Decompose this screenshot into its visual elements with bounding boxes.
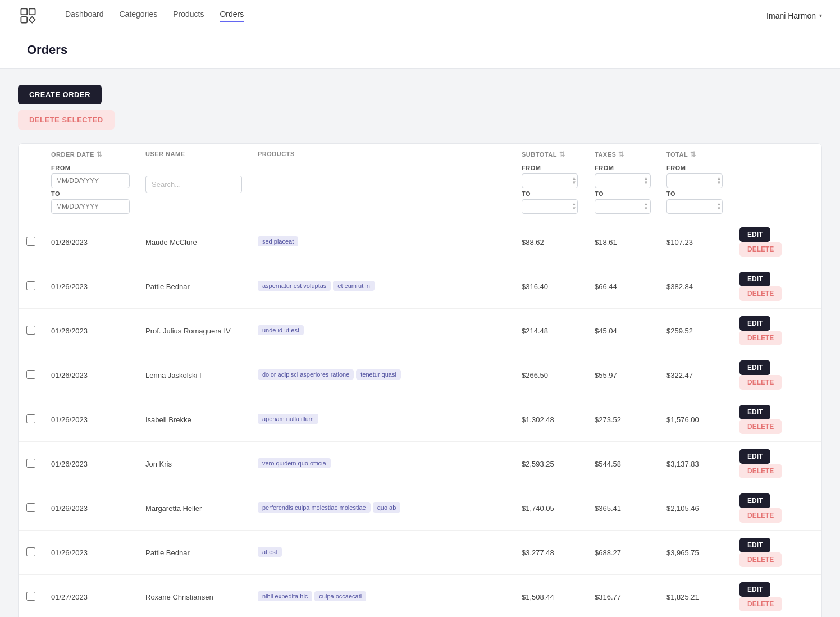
delete-button[interactable]: DELETE xyxy=(739,508,782,523)
delete-button[interactable]: DELETE xyxy=(739,286,782,301)
row-date: 01/26/2023 xyxy=(43,220,138,264)
edit-button[interactable]: EDIT xyxy=(739,538,770,552)
edit-button[interactable]: EDIT xyxy=(739,405,770,419)
product-tag: vero quidem quo officia xyxy=(258,458,331,468)
delete-button[interactable]: DELETE xyxy=(739,331,782,345)
edit-button[interactable]: EDIT xyxy=(739,493,770,508)
th-checkbox xyxy=(19,144,43,162)
row-checkbox[interactable] xyxy=(26,370,35,379)
row-total: $3,965.75 xyxy=(659,531,732,575)
row-products: unde id ut est xyxy=(250,309,514,353)
taxes-to-input[interactable] xyxy=(595,199,651,214)
row-user: Pattie Bednar xyxy=(138,531,250,575)
edit-button[interactable]: EDIT xyxy=(739,449,770,464)
row-total: $2,105.46 xyxy=(659,486,732,531)
user-menu[interactable]: Imani Harmon ▾ xyxy=(766,11,822,20)
filter-subtotal: From ▲▼ to ▲▼ xyxy=(514,162,587,220)
taxes-filter-icon[interactable]: ⇅ xyxy=(618,150,624,158)
row-total: $107.23 xyxy=(659,220,732,264)
table-row: 01/26/2023Prof. Julius Romaguera IVunde … xyxy=(19,309,821,353)
logo xyxy=(18,6,38,26)
date-from-input[interactable] xyxy=(51,173,130,188)
subtotal-filter-icon[interactable]: ⇅ xyxy=(559,150,565,158)
total-filter-icon[interactable]: ⇅ xyxy=(690,150,696,158)
row-checkbox-cell xyxy=(19,264,43,309)
edit-button[interactable]: EDIT xyxy=(739,360,770,375)
row-actions: EDITDELETE xyxy=(732,353,821,397)
row-products: aperiam nulla illum xyxy=(250,397,514,442)
page-content: CREATE ORDER DELETE SELECTED ORDER DATE … xyxy=(0,69,840,617)
row-checkbox[interactable] xyxy=(26,547,35,556)
edit-button[interactable]: EDIT xyxy=(739,316,770,331)
table-row: 01/26/2023Lenna Jaskolski Idolor adipisc… xyxy=(19,353,821,397)
row-checkbox[interactable] xyxy=(26,237,35,246)
row-taxes: $273.52 xyxy=(587,397,659,442)
edit-button[interactable]: EDIT xyxy=(739,582,770,597)
row-total: $3,137.83 xyxy=(659,442,732,486)
delete-button[interactable]: DELETE xyxy=(739,552,782,567)
row-date: 01/27/2023 xyxy=(43,575,138,618)
filter-checkbox xyxy=(19,162,43,220)
row-checkbox[interactable] xyxy=(26,326,35,335)
product-tag: aspernatur est voluptas xyxy=(258,281,331,291)
row-user: Jon Kris xyxy=(138,442,250,486)
delete-button[interactable]: DELETE xyxy=(739,375,782,390)
date-from-label: From xyxy=(51,164,130,171)
delete-button[interactable]: DELETE xyxy=(739,419,782,434)
product-tag: quo ab xyxy=(373,502,401,513)
create-order-button[interactable]: CREATE ORDER xyxy=(18,85,102,104)
filter-user xyxy=(138,162,250,220)
total-from-arrows[interactable]: ▲▼ xyxy=(717,176,722,185)
edit-button[interactable]: EDIT xyxy=(739,227,770,242)
row-subtotal: $266.50 xyxy=(514,353,587,397)
row-total: $1,576.00 xyxy=(659,397,732,442)
user-name: Imani Harmon xyxy=(766,11,816,20)
row-checkbox-cell xyxy=(19,442,43,486)
subtotal-from-arrows[interactable]: ▲▼ xyxy=(572,176,577,185)
row-subtotal: $2,593.25 xyxy=(514,442,587,486)
total-to-arrows[interactable]: ▲▼ xyxy=(717,202,722,211)
nav-dashboard[interactable]: Dashboard xyxy=(65,10,104,22)
order-date-filter-icon[interactable]: ⇅ xyxy=(97,150,103,158)
page-header: Orders xyxy=(0,31,840,69)
row-checkbox[interactable] xyxy=(26,592,35,601)
delete-button[interactable]: DELETE xyxy=(739,597,782,611)
product-tag: nihil expedita hic xyxy=(258,591,312,601)
row-checkbox[interactable] xyxy=(26,414,35,423)
row-user: Isabell Brekke xyxy=(138,397,250,442)
search-input[interactable] xyxy=(145,176,242,193)
svg-rect-1 xyxy=(29,8,35,15)
row-user: Maude McClure xyxy=(138,220,250,264)
row-checkbox-cell xyxy=(19,486,43,531)
nav-orders[interactable]: Orders xyxy=(220,10,244,22)
row-taxes: $365.41 xyxy=(587,486,659,531)
subtotal-to-arrows[interactable]: ▲▼ xyxy=(572,202,577,211)
delete-selected-button[interactable]: DELETE SELECTED xyxy=(18,110,115,130)
row-user: Lenna Jaskolski I xyxy=(138,353,250,397)
row-total: $1,825.21 xyxy=(659,575,732,618)
filter-taxes: From ▲▼ to ▲▼ xyxy=(587,162,659,220)
date-to-input[interactable] xyxy=(51,199,130,214)
row-date: 01/26/2023 xyxy=(43,397,138,442)
filter-actions xyxy=(732,162,821,220)
taxes-from-input[interactable] xyxy=(595,173,651,188)
total-from-input[interactable] xyxy=(666,173,723,188)
delete-button[interactable]: DELETE xyxy=(739,464,782,478)
subtotal-from-input[interactable] xyxy=(522,173,578,188)
subtotal-to-input[interactable] xyxy=(522,199,578,214)
nav-categories[interactable]: Categories xyxy=(120,10,158,22)
row-checkbox[interactable] xyxy=(26,503,35,512)
row-checkbox[interactable] xyxy=(26,459,35,468)
navbar: Dashboard Categories Products Orders Ima… xyxy=(0,0,840,31)
product-tag: dolor adipisci asperiores ratione xyxy=(258,369,354,380)
row-products: perferendis culpa molestiae molestiaequo… xyxy=(250,486,514,531)
taxes-to-arrows[interactable]: ▲▼ xyxy=(644,202,649,211)
edit-button[interactable]: EDIT xyxy=(739,272,770,286)
row-actions: EDITDELETE xyxy=(732,397,821,442)
row-date: 01/26/2023 xyxy=(43,309,138,353)
total-to-input[interactable] xyxy=(666,199,723,214)
taxes-from-arrows[interactable]: ▲▼ xyxy=(644,176,649,185)
delete-button[interactable]: DELETE xyxy=(739,242,782,257)
row-checkbox[interactable] xyxy=(26,281,35,290)
nav-products[interactable]: Products xyxy=(173,10,204,22)
